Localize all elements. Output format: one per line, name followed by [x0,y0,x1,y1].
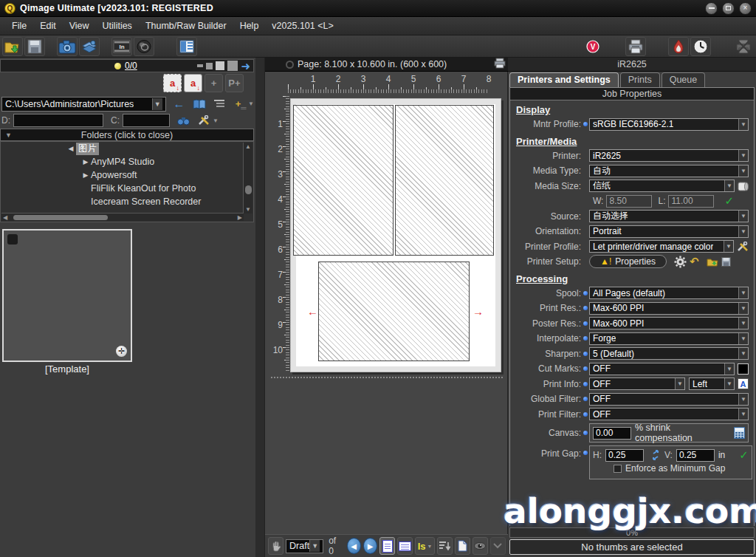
chevron-down-icon[interactable]: ▼ [152,98,162,110]
tree-item-fliflik[interactable]: FliFlik KleanOut for Photo [1,182,253,195]
hot-folder-button[interactable] [668,37,689,56]
tools-button[interactable] [196,114,211,127]
insert-text-button[interactable]: Is▼ [415,537,434,555]
setting-dot-icon[interactable] [581,412,589,417]
gap-h-input[interactable] [605,449,644,462]
sharpen-select[interactable]: 5 (Default)▼ [589,347,749,360]
chevron-down-icon[interactable]: ▼ [738,303,748,314]
chevron-down-icon[interactable]: ▼ [309,540,320,552]
chevron-down-icon[interactable]: ▼ [738,287,748,298]
chevron-down-icon[interactable]: ▼ [738,150,748,161]
panel-splitter[interactable] [255,58,264,557]
list-view-button[interactable] [213,98,227,111]
undo-settings-button[interactable]: ↶ [690,255,699,268]
print-info-align-select[interactable]: Left▼ [689,377,735,390]
gap-v-input[interactable] [676,449,715,462]
scrollbar-thumb[interactable] [13,215,108,220]
folder-path-combo[interactable]: C:\Users\Administrator\Pictures ▼ [1,97,166,112]
setting-dot-icon[interactable] [581,451,589,455]
print-info-select[interactable]: OFF▼ [589,377,685,390]
thumb-size-1-button[interactable] [206,63,213,69]
chevron-down-icon[interactable]: ▼ [724,180,734,191]
profile-tools-button[interactable] [737,242,749,252]
tree-expand-icon[interactable]: ▶ [80,171,91,179]
source-select[interactable]: 自动选择▼ [589,210,749,222]
browse-book-button[interactable] [192,98,207,111]
cut-marks-color-swatch[interactable] [738,363,749,375]
driver-settings-button[interactable] [674,256,687,268]
chevron-down-icon[interactable]: ▼ [738,409,748,420]
back-button[interactable]: ← [172,98,187,111]
maximize-button[interactable] [722,2,735,15]
preview-eye-button[interactable] [472,537,488,555]
search-button[interactable] [176,114,190,127]
save-settings-button[interactable] [721,257,731,267]
filmstrip-builder-button[interactable]: In [111,37,132,56]
thumbnail-add-icon[interactable]: ✛ [116,346,127,357]
printer-properties-button[interactable]: ▲! Properties [589,255,667,268]
tree-horizontal-scrollbar[interactable]: ◀ ▶ [1,213,244,221]
printer-layout-button[interactable] [79,37,100,56]
chevron-down-icon[interactable]: ▼ [724,241,733,252]
thumb-counter[interactable]: 0/0 [125,61,137,71]
orientation-select[interactable]: Portrait▼ [589,225,749,238]
print-button[interactable] [625,37,646,56]
tree-item-apowersoft[interactable]: ▶ Apowersoft [1,168,253,182]
chevron-down-icon[interactable]: ▼ [248,100,254,107]
setting-dot-icon[interactable] [581,336,589,341]
roll-paper-button[interactable] [738,181,749,191]
menu-thumb-raw-builder[interactable]: Thumb/Raw Builder [140,18,233,33]
c-filter-input[interactable] [123,114,170,127]
chevron-down-icon[interactable]: ▼ [213,117,219,124]
mntr-profile-select[interactable]: sRGB IEC61966-2.1▼ [589,118,749,131]
setting-dot-icon[interactable] [581,321,589,326]
cut-marks-select[interactable]: OFF▼ [589,363,735,375]
panel-layout-button[interactable] [176,37,197,56]
chevron-down-icon[interactable]: ▼ [738,333,748,344]
printer-select[interactable]: iR2625▼ [589,149,749,162]
minimize-button[interactable] [705,2,718,15]
enforce-min-gap-checkbox[interactable] [614,465,622,473]
media-size-select[interactable]: 信纸▼ [589,180,735,192]
quality-select[interactable]: Draft ▼ [286,539,323,553]
multi-page-view-button[interactable] [397,537,413,555]
setting-dot-icon[interactable] [581,397,589,401]
page-printer-icon[interactable] [494,58,506,71]
scroll-right-icon[interactable]: ▶ [238,213,242,222]
tree-item-anymp4[interactable]: ▶ AnyMP4 Studio [1,155,253,168]
page-canvas[interactable]: ← → [290,98,501,372]
setting-dot-icon[interactable] [581,352,589,356]
setting-dot-icon[interactable] [581,382,589,386]
add-button[interactable]: + [205,74,223,92]
print-cell-3[interactable] [318,262,470,361]
next-panel-arrow-icon[interactable]: ➜ [241,61,250,72]
tab-prints[interactable]: Prints [620,72,660,87]
scroll-left-icon[interactable]: ◀ [3,213,7,222]
chevron-down-icon[interactable]: ▼ [724,378,734,389]
thumb-size-3-button[interactable] [227,61,238,71]
print-filter-select[interactable]: OFF▼ [589,408,749,420]
printer-profile-select[interactable]: Let printer/driver manage color▼ [589,240,734,253]
sort-button[interactable] [437,537,453,555]
chevron-down-icon[interactable]: ▼ [738,119,748,130]
rename-button[interactable]: a↓ [184,74,202,92]
setting-dot-icon[interactable] [581,431,589,435]
new-folder-button[interactable]: +‗ [233,98,248,111]
interpolate-select[interactable]: Forge▼ [589,332,749,345]
camera-acquire-button[interactable] [57,37,78,56]
chevron-down-icon[interactable]: ▼ [738,226,748,237]
media-length-input[interactable] [668,195,714,208]
chevron-down-icon[interactable]: ▼ [738,211,748,222]
tree-vertical-scrollbar[interactable]: ▲ ▼ [243,143,252,213]
canvas-calculator-button[interactable] [734,427,745,439]
next-page-button[interactable]: ▶ [363,538,377,554]
media-width-input[interactable] [606,195,652,208]
open-folder-button[interactable] [2,37,23,56]
menu-edit[interactable]: Edit [34,18,62,33]
gap-link-button[interactable] [650,449,661,461]
spool-select[interactable]: All Pages (default)▼ [589,287,749,299]
tree-item-pictures[interactable]: ◀ 图片 [1,142,253,155]
global-filter-select[interactable]: OFF▼ [589,393,749,406]
auto-name-button[interactable]: a↓ [163,74,182,92]
sphere-tool-button[interactable] [134,37,154,56]
